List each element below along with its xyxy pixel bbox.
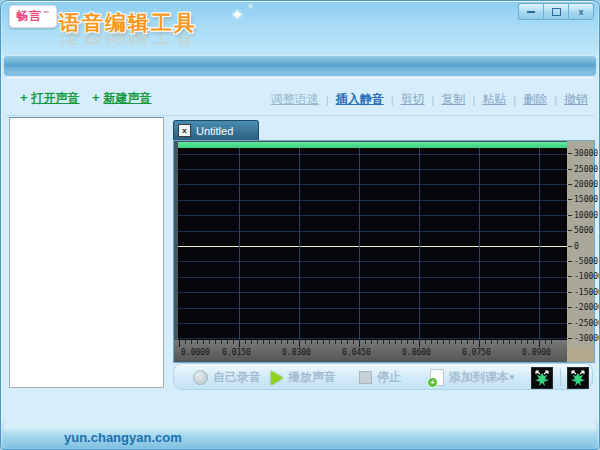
maximize-button[interactable] (543, 3, 568, 20)
app-window: 畅言™ 语音编辑工具 语音编辑工具 ✦ ✧ x +打开声音 +新建声音 调整语速… (0, 0, 600, 450)
v-gridline (479, 148, 480, 340)
close-button[interactable]: x (568, 3, 594, 20)
h-gridline (178, 292, 567, 293)
x-tick-label: 0.0600 (402, 348, 431, 357)
sparkle-small-icon: ✧ (247, 2, 254, 11)
edit-links: 调整语速|插入静音|剪切|复制|粘贴|删除|撤销 (271, 91, 588, 108)
link-adjust-speed[interactable]: 调整语速 (271, 91, 319, 108)
x-tick-mark (239, 340, 240, 347)
stop-label: 停止 (377, 369, 401, 386)
waveform-plot[interactable] (178, 148, 567, 340)
record-button[interactable]: 自己录音 (193, 364, 261, 391)
y-tick-label: -15000 (568, 288, 600, 297)
h-gridline (178, 200, 567, 201)
v-gridline (299, 148, 300, 340)
y-tick-label: 5000 (568, 226, 593, 235)
link-separator: | (513, 94, 516, 106)
waveform-zoom-out-button[interactable] (531, 367, 553, 389)
app-title: 语音编辑工具 (59, 9, 197, 37)
h-gridline (178, 184, 567, 185)
plus-badge-icon: + (427, 377, 438, 388)
close-icon: x (578, 7, 583, 17)
h-gridline (178, 323, 567, 324)
h-gridline (178, 308, 567, 309)
zoom-waveform-icon (568, 368, 588, 388)
y-tick-mark (568, 246, 572, 247)
y-tick-mark (568, 276, 572, 277)
axis-corner (567, 347, 594, 362)
link-copy[interactable]: 复制 (441, 91, 465, 108)
x-tick-mark (419, 340, 420, 347)
sound-file-list[interactable] (9, 117, 164, 388)
x-tick-label: 0.0450 (342, 348, 371, 357)
secondary-toolbar-strip (4, 55, 596, 77)
h-gridline (178, 154, 567, 155)
app-title-reflection: 语音编辑工具 (59, 35, 197, 49)
link-insert-silence[interactable]: 插入静音 (336, 91, 384, 108)
y-tick-mark (568, 199, 572, 200)
toolbar-divider (6, 115, 594, 116)
waveform-panel: 300002500020000150001000050000-5000-1000… (173, 140, 595, 363)
x-tick-mark (359, 340, 360, 347)
y-tick-mark (568, 184, 572, 185)
x-tick-mark (299, 340, 300, 347)
tab-close-icon[interactable]: x (178, 124, 191, 137)
x-tick-label: 0.0750 (462, 348, 491, 357)
y-tick-mark (568, 338, 572, 339)
play-button[interactable]: 播放声音 (271, 364, 336, 391)
stop-button[interactable]: 停止 (359, 364, 401, 391)
stop-icon (359, 371, 372, 384)
zoom-waveform-icon (532, 368, 552, 388)
link-separator: | (326, 94, 329, 106)
status-url: yun.changyan.com (64, 430, 182, 445)
add-to-textbook-label: 添加到课本 (449, 369, 509, 386)
y-tick-mark (568, 307, 572, 308)
document-icon: + (430, 369, 444, 386)
waveform-zoom-in-button[interactable] (567, 367, 589, 389)
plus-icon: + (92, 90, 100, 105)
h-gridline (178, 169, 567, 170)
y-tick-mark (568, 261, 572, 262)
link-separator: | (554, 94, 557, 106)
new-sound-label: 新建声音 (104, 91, 152, 105)
open-sound-button[interactable]: +打开声音 (20, 90, 80, 107)
y-tick-label: 20000 (568, 180, 598, 189)
open-sound-label: 打开声音 (32, 91, 80, 105)
v-gridline (239, 148, 240, 340)
tab-untitled[interactable]: x Untitled (173, 120, 259, 140)
y-tick-mark (568, 169, 572, 170)
link-separator: | (432, 94, 435, 106)
x-tick-label: 0.0900 (522, 348, 551, 357)
y-tick-label: -25000 (568, 319, 600, 328)
record-icon (193, 370, 208, 385)
x-tick-mark (479, 340, 480, 347)
plus-icon: + (20, 90, 28, 105)
v-gridline (359, 148, 360, 340)
h-gridline (178, 277, 567, 278)
logo-text: 畅言 (16, 8, 42, 25)
link-delete[interactable]: 删除 (523, 91, 547, 108)
play-icon (271, 371, 283, 385)
link-cut[interactable]: 剪切 (401, 91, 425, 108)
y-tick-label: -30000 (568, 334, 600, 343)
h-gridline (178, 261, 567, 262)
link-paste[interactable]: 粘贴 (482, 91, 506, 108)
new-sound-button[interactable]: +新建声音 (92, 90, 152, 107)
x-tick-label: 0.0300 (282, 348, 311, 357)
minimize-button[interactable] (518, 3, 543, 20)
add-to-textbook-dropdown[interactable]: ▼ (508, 364, 516, 391)
y-tick-mark (568, 153, 572, 154)
link-undo[interactable]: 撤销 (564, 91, 588, 108)
y-tick-label: 30000 (568, 149, 598, 158)
trademark-mark: ™ (43, 10, 50, 16)
add-to-textbook-button[interactable]: + 添加到课本 (430, 364, 509, 391)
waveform-y-axis: 300002500020000150001000050000-5000-1000… (567, 141, 594, 347)
link-separator: | (391, 94, 394, 106)
y-tick-label: -5000 (568, 257, 598, 266)
x-tick-mark (179, 340, 180, 347)
h-gridline (178, 231, 567, 232)
record-label: 自己录音 (213, 369, 261, 386)
x-tick-label: 0.0150 (222, 348, 251, 357)
y-tick-label: -10000 (568, 272, 600, 281)
transport-bar: 自己录音 播放声音 停止 + 添加到课本 ▼ (173, 363, 593, 390)
